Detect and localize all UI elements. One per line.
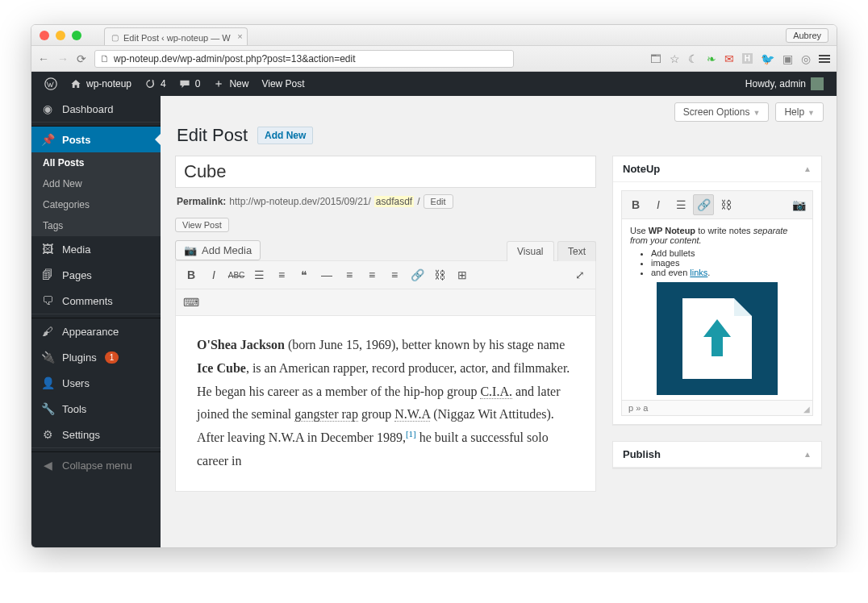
nav-back-icon[interactable]: ← [38, 52, 49, 65]
tab-visual[interactable]: Visual [507, 241, 553, 261]
menu-pages[interactable]: 🗐 Pages [31, 262, 161, 288]
menu-media[interactable]: 🖾 Media [31, 236, 161, 262]
nav-forward-icon[interactable]: → [57, 52, 69, 65]
help-button[interactable]: Help▼ [775, 102, 824, 122]
toggle-icon[interactable]: ▲ [803, 450, 812, 459]
view-post-button[interactable]: View Post [175, 218, 229, 232]
bulleted-list-button[interactable]: ☰ [248, 264, 269, 285]
note-bold-button[interactable]: B [625, 194, 646, 215]
window-zoom-button[interactable] [72, 31, 81, 40]
submenu-add-new[interactable]: Add New [31, 173, 161, 194]
collapse-menu[interactable]: ◀ Collapse menu [31, 452, 161, 478]
comments-menu[interactable]: 0 [173, 78, 207, 89]
permalink-label: Permalink: [177, 196, 226, 207]
content-link[interactable]: gangster rap [294, 407, 358, 422]
footnote-ref[interactable]: [1] [406, 429, 416, 439]
hr-button[interactable]: — [316, 264, 337, 285]
window-close-button[interactable] [40, 31, 49, 40]
circle-icon[interactable]: ◎ [801, 52, 811, 65]
note-media-button[interactable]: 📷 [788, 194, 809, 215]
site-name-menu[interactable]: wp-noteup [64, 78, 138, 89]
window-minimize-button[interactable] [56, 31, 65, 40]
menu-plugins[interactable]: 🔌 Plugins 1 [31, 344, 161, 370]
note-list-button[interactable]: ☰ [670, 194, 691, 215]
translate-icon[interactable]: 🗔 [650, 52, 661, 65]
submenu-all-posts[interactable]: All Posts [31, 152, 161, 173]
fullscreen-button[interactable]: ⤢ [570, 264, 590, 285]
align-right-button[interactable]: ≡ [384, 264, 405, 285]
menu-pages-label: Pages [62, 269, 92, 281]
menu-dashboard[interactable]: ◉ Dashboard [31, 96, 161, 122]
note-link-button[interactable]: 🔗 [693, 194, 714, 215]
menu-appearance-label: Appearance [62, 326, 119, 338]
avatar [811, 77, 824, 90]
browser-menu-icon[interactable] [819, 55, 830, 63]
bookmark-star-icon[interactable]: ☆ [670, 52, 680, 65]
tools-icon: 🔧 [41, 402, 54, 415]
screen-options-button[interactable]: Screen Options▼ [674, 102, 770, 122]
updates-menu[interactable]: 4 [138, 78, 173, 89]
tab-text[interactable]: Text [557, 241, 596, 261]
submenu-posts: All Posts Add New Categories Tags [31, 152, 161, 236]
menu-settings[interactable]: ⚙ Settings [31, 422, 161, 447]
content-area: Screen Options▼ Help▼ Edit Post Add New … [161, 96, 837, 547]
my-account-menu[interactable]: Howdy, admin [739, 77, 830, 90]
menu-appearance[interactable]: 🖌 Appearance [31, 318, 161, 344]
evernote-icon[interactable]: ❧ [707, 52, 716, 65]
editor-content[interactable]: O'Shea Jackson (born June 15, 1969), bet… [175, 316, 596, 492]
plugins-icon: 🔌 [41, 351, 54, 364]
menu-posts[interactable]: 📌 Posts [31, 127, 161, 152]
note-italic-button[interactable]: I [648, 194, 669, 215]
tab-close-icon[interactable]: × [237, 31, 242, 41]
h-icon[interactable]: H [742, 53, 753, 64]
content-text: (born June 15, 1969), better known by hi… [285, 338, 565, 351]
content-text: group [358, 407, 394, 421]
browser-tab[interactable]: ▢ Edit Post ‹ wp-noteup — W × [104, 27, 248, 45]
menu-users[interactable]: 👤 Users [31, 370, 161, 396]
toggle-icon[interactable]: ▲ [803, 164, 812, 173]
add-media-button[interactable]: 📷 Add Media [175, 240, 261, 260]
post-title-input[interactable] [175, 156, 596, 188]
noteup-content[interactable]: Use WP Noteup to write notes separate fr… [621, 219, 813, 401]
kitchen-sink-button[interactable]: ⌨ [181, 292, 202, 313]
resize-grip-icon[interactable]: ◢ [803, 405, 810, 414]
add-new-button[interactable]: Add New [257, 127, 313, 144]
comments-count: 0 [195, 78, 201, 89]
twitter-icon[interactable]: 🐦 [761, 52, 774, 65]
nightmode-icon[interactable]: ☾ [688, 52, 699, 65]
strike-button[interactable]: ABC [226, 264, 247, 285]
url-input[interactable]: 🗋 wp-noteup.dev/wp-admin/post.php?post=1… [94, 50, 514, 68]
page-icon: 🗋 [100, 53, 110, 64]
menu-tools[interactable]: 🔧 Tools [31, 396, 161, 422]
mail-icon[interactable]: ✉ [724, 52, 734, 65]
note-unlink-button[interactable]: ⛓ [716, 194, 737, 215]
nav-reload-icon[interactable]: ⟳ [77, 52, 86, 65]
numbered-list-button[interactable]: ≡ [271, 264, 292, 285]
profile-chip[interactable]: Aubrey [786, 28, 828, 43]
blockquote-button[interactable]: ❝ [294, 264, 315, 285]
align-left-button[interactable]: ≡ [339, 264, 360, 285]
content-link[interactable]: C.I.A. [480, 385, 512, 399]
cast-icon[interactable]: ▣ [782, 52, 793, 65]
note-text: to write notes [695, 226, 753, 235]
noteup-header[interactable]: NoteUp ▲ [613, 156, 821, 182]
view-post-link[interactable]: View Post [255, 78, 311, 89]
more-button[interactable]: ⊞ [452, 264, 473, 285]
submenu-categories[interactable]: Categories [31, 194, 161, 215]
submenu-tags[interactable]: Tags [31, 215, 161, 236]
noteup-path-text: p » a [628, 403, 648, 413]
note-link[interactable]: links [690, 268, 707, 277]
content-link[interactable]: N.W.A [394, 407, 430, 422]
menu-settings-label: Settings [62, 429, 100, 441]
align-center-button[interactable]: ≡ [361, 264, 382, 285]
new-content-menu[interactable]: ＋ New [207, 77, 255, 91]
note-bullet: images [651, 258, 804, 268]
bold-button[interactable]: B [181, 264, 202, 285]
menu-comments[interactable]: 🗨 Comments [31, 288, 161, 314]
publish-header[interactable]: Publish ▲ [613, 442, 821, 468]
wp-logo-menu[interactable] [38, 77, 64, 90]
link-button[interactable]: 🔗 [407, 264, 428, 285]
unlink-button[interactable]: ⛓ [429, 264, 450, 285]
edit-slug-button[interactable]: Edit [424, 194, 453, 209]
italic-button[interactable]: I [203, 264, 224, 285]
